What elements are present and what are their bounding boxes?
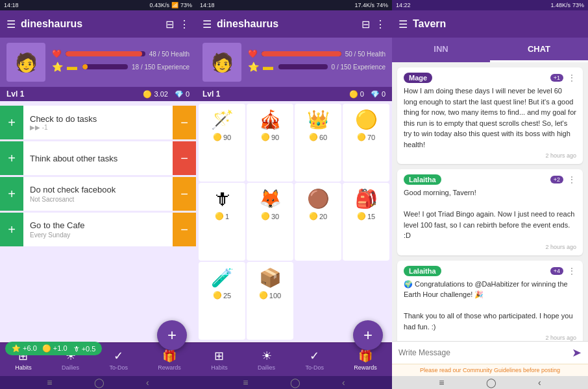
nav-item-bottom-nav-2-0[interactable]: ⊞ Habits bbox=[206, 346, 233, 373]
exp-bar-fill-1 bbox=[82, 64, 88, 69]
task-minus-btn-t4[interactable]: − bbox=[173, 213, 196, 246]
android-home-3[interactable]: ◯ bbox=[486, 377, 496, 388]
avatar-section-1: 🧑 ❤️ 48 / 50 Health ⭐ ▬ 18 / 150 Experie… bbox=[0, 38, 196, 87]
nav-item-bottom-nav-1-2[interactable]: ✓ To-Dos bbox=[104, 346, 133, 373]
chat-text-m3: 🌍 Congratulations to @DaHabitizer for wi… bbox=[404, 279, 576, 333]
task-title-t2: Think about other tasks bbox=[30, 154, 166, 163]
gem-amount-1: 0 bbox=[186, 90, 190, 98]
status-bar-3: 14:22 1.48K/s 73% bbox=[392, 0, 588, 10]
battery-3: 73% bbox=[572, 2, 584, 8]
chat-username-m2: Lalaitha bbox=[404, 174, 441, 185]
menu-icon-1[interactable]: ☰ bbox=[6, 18, 16, 30]
nav-item-bottom-nav-2-2[interactable]: ✓ To-Dos bbox=[300, 346, 329, 373]
task-add-btn-t1[interactable]: + bbox=[0, 106, 23, 139]
nav-item-bottom-nav-2-1[interactable]: ☀ Dailies bbox=[252, 346, 280, 373]
menu-icon-3[interactable]: ☰ bbox=[398, 18, 408, 30]
tab-inn[interactable]: INN bbox=[392, 38, 490, 62]
health-bar-fill-2 bbox=[262, 51, 341, 56]
chat-area[interactable]: Mage +1 ⋮ How I am doing these days I wi… bbox=[392, 62, 588, 341]
star-icon-1: ⭐ bbox=[52, 62, 63, 72]
level-row-2: Lvl 1 🟡 0 💎 0 bbox=[196, 87, 392, 101]
reward-cell-8[interactable]: 🧪 🟡 25 bbox=[199, 262, 245, 340]
nav-label-bottom-nav-1-0: Habits bbox=[15, 364, 32, 371]
chat-more-m2[interactable]: ⋮ bbox=[567, 174, 576, 185]
reward-exp: 🟡 +1.0 bbox=[42, 344, 67, 353]
health-bar-bg-1 bbox=[66, 51, 145, 56]
fab-1[interactable]: + bbox=[157, 320, 187, 350]
status-bar-2: 14:18 17.4K/s 74% bbox=[196, 0, 392, 10]
heart-icon-2: ❤️ bbox=[248, 49, 258, 58]
more-icon-1[interactable]: ⋮ bbox=[179, 18, 190, 30]
chat-time-m2: 2 hours ago bbox=[404, 244, 576, 250]
star-icon-2: ⭐ bbox=[248, 62, 259, 72]
avatar-section-2: 🧑 ❤️ 50 / 50 Health ⭐ ▬ 0 / 150 Experien… bbox=[196, 38, 392, 87]
reward-cell-4[interactable]: 🗡 🟡 1 bbox=[199, 183, 245, 261]
reward-emoji-8: 🧪 bbox=[211, 267, 234, 289]
task-subtitle-t4: Every Sunday bbox=[30, 231, 166, 239]
send-button[interactable]: ➤ bbox=[572, 346, 582, 360]
currency-row-2: 🟡 0 💎 0 bbox=[349, 90, 386, 99]
menu-icon-2[interactable]: ☰ bbox=[202, 18, 212, 30]
nav-label-bottom-nav-2-3: Rewards bbox=[354, 364, 377, 371]
android-back-3[interactable]: ‹ bbox=[538, 377, 541, 388]
task-minus-btn-t2[interactable]: − bbox=[173, 141, 196, 175]
filter-icon-1[interactable]: ⊟ bbox=[165, 18, 174, 30]
health-bar-bg-2 bbox=[262, 51, 341, 56]
chat-input[interactable] bbox=[398, 348, 567, 357]
task-minus-btn-t3[interactable]: − bbox=[173, 177, 196, 211]
avatar-stats-2: ❤️ 50 / 50 Health ⭐ ▬ 0 / 150 Experience bbox=[248, 49, 386, 75]
gem-icon-currency-1: 💎 bbox=[175, 90, 184, 99]
reward-coin-icon-1: 🟡 bbox=[261, 133, 270, 141]
reward-cell-9[interactable]: 📦 🟡 100 bbox=[247, 262, 293, 340]
task-add-btn-t4[interactable]: + bbox=[0, 213, 23, 246]
android-back-2[interactable]: ‹ bbox=[342, 377, 345, 388]
health-label-1: 48 / 50 Health bbox=[149, 51, 190, 58]
gem-icon-1: ▬ bbox=[67, 61, 77, 73]
task-list-1: + Check to do tasks ▶▶ -1 − + Think abou… bbox=[0, 101, 196, 342]
chat-header-right-m3: +4 ⋮ bbox=[550, 266, 576, 276]
reward-cell-7[interactable]: 🎒 🟡 15 bbox=[343, 183, 389, 261]
android-home-2[interactable]: ◯ bbox=[290, 377, 300, 388]
tab-chat[interactable]: CHAT bbox=[490, 38, 588, 62]
reward-cell-5[interactable]: 🦊 🟡 30 bbox=[247, 183, 293, 261]
reward-price-8: 🟡 25 bbox=[213, 291, 231, 300]
android-home-1[interactable]: ◯ bbox=[94, 377, 104, 388]
task-minus-btn-t1[interactable]: − bbox=[173, 106, 196, 139]
reward-cell-2[interactable]: 👑 🟡 60 bbox=[295, 104, 341, 182]
task-content-t3: Do not check facebook Not Sacrosanct bbox=[23, 180, 173, 208]
reward-gold: ⭐ +6.0 bbox=[12, 344, 37, 353]
task-add-btn-t2[interactable]: + bbox=[0, 141, 23, 175]
more-icon-2[interactable]: ⋮ bbox=[375, 18, 386, 30]
reward-emoji-1: 🎪 bbox=[259, 109, 282, 130]
community-note: Please read our Community Guidelines bef… bbox=[392, 364, 588, 376]
chat-header-right-m1: +1 ⋮ bbox=[550, 73, 576, 83]
task-title-t4: Go to the Cafe bbox=[30, 220, 166, 230]
heart-icon-1: ❤️ bbox=[52, 49, 62, 58]
reward-cell-0[interactable]: 🪄 🟡 90 bbox=[199, 104, 245, 182]
reward-cell-6[interactable]: 🟤 🟡 20 bbox=[295, 183, 341, 261]
android-menu-1[interactable]: ≡ bbox=[47, 377, 52, 388]
filter-icon-2[interactable]: ⊟ bbox=[361, 18, 370, 30]
fab-2[interactable]: + bbox=[353, 320, 383, 350]
reward-cell-3[interactable]: 🟡 🟡 70 bbox=[343, 104, 389, 182]
reward-price-2: 🟡 60 bbox=[309, 133, 327, 141]
android-menu-3[interactable]: ≡ bbox=[439, 377, 444, 388]
chat-more-m1[interactable]: ⋮ bbox=[567, 73, 576, 83]
task-content-t4: Go to the Cafe Every Sunday bbox=[23, 215, 173, 244]
coin-icon-2: 🟡 bbox=[349, 90, 358, 99]
chat-more-m3[interactable]: ⋮ bbox=[567, 266, 576, 276]
chat-header-m2: Lalaitha +2 ⋮ bbox=[404, 174, 576, 185]
chat-input-bar: ➤ bbox=[392, 341, 588, 364]
avatar-stats-1: ❤️ 48 / 50 Health ⭐ ▬ 18 / 150 Experienc… bbox=[52, 49, 190, 75]
task-add-btn-t3[interactable]: + bbox=[0, 177, 23, 211]
reward-emoji-3: 🟡 bbox=[355, 109, 378, 130]
android-menu-2[interactable]: ≡ bbox=[243, 377, 248, 388]
network-2: 17.4K/s bbox=[354, 2, 374, 8]
gem-icon-currency-2: 💎 bbox=[371, 90, 380, 99]
reward-coin-icon-4: 🟡 bbox=[215, 212, 224, 220]
reward-cell-1[interactable]: 🎪 🟡 90 bbox=[247, 104, 293, 182]
chat-time-m1: 2 hours ago bbox=[404, 152, 576, 159]
reward-price-0: 🟡 90 bbox=[213, 133, 231, 141]
android-back-1[interactable]: ‹ bbox=[146, 377, 149, 388]
reward-strip-1: ⭐ +6.0 🟡 +1.0 🗡 +0.5 bbox=[5, 342, 102, 355]
